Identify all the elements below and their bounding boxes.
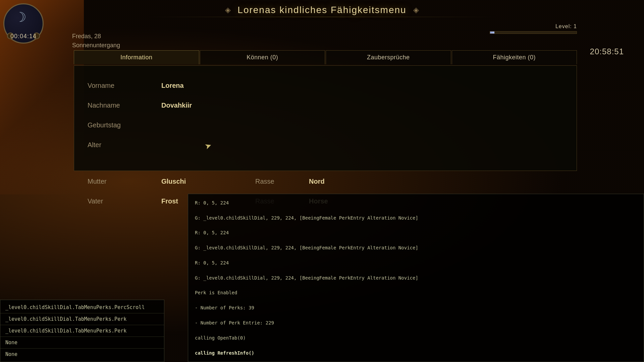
ingame-time: 00:04:14: [10, 33, 37, 40]
label-alter: Alter: [88, 135, 161, 155]
date-event: Sonnenuntergang: [72, 41, 120, 50]
main-title: Lorenas kindliches Fähigkeitsmenu: [237, 5, 406, 15]
level-bar-bg: [490, 31, 577, 34]
tab-koennen[interactable]: Können (0): [200, 50, 325, 64]
value-geburtstag: [161, 115, 255, 135]
level-bar-fill: [490, 32, 494, 34]
debug-line-4: G: _level0.childSkillDial, 229, 224, [Be…: [195, 244, 637, 251]
top-bar: ◈ Lorenas kindliches Fähigkeitsmenu ◈: [0, 0, 644, 20]
value-nachname: Dovahkiir: [161, 96, 255, 115]
debug-line-1: R: 0, 5, 224: [195, 199, 637, 206]
debug-item-2: _level0.childSkillDial.TabMenuPerks.Perk: [0, 313, 164, 325]
debug-line-11: calling RefreshInfo(): [195, 349, 637, 357]
tab-information[interactable]: Information: [74, 50, 199, 64]
debug-item-1: _level0.childSkillDial.TabMenuPerks.Perc…: [0, 302, 164, 313]
title-ornament-left: ◈: [225, 6, 231, 14]
debug-left-panel: _level0.childSkillDial.TabMenuPerks.Perc…: [0, 300, 164, 362]
label-vater: Vater: [88, 191, 161, 211]
debug-item-3: _level0.childSkillDial.TabMenuPerks.Perk: [0, 325, 164, 337]
label-mutter-rasse: Rasse: [255, 172, 309, 191]
moon-circle: ☽ 00:04:14: [3, 3, 44, 44]
label-mutter: Mutter: [88, 172, 161, 191]
label-nachname: Nachname: [88, 96, 161, 115]
debug-line-8: - Number of Perks: 39: [195, 304, 637, 311]
debug-line-10: calling OpenTab(0): [195, 334, 637, 342]
debug-line-6: G: _level0.childSkillDial, 229, 224, [Be…: [195, 274, 637, 282]
debug-line-3: R: 0, 5, 224: [195, 229, 637, 236]
subtitle-line: [148, 17, 496, 17]
tab-zauberspruche[interactable]: Zaubersprüche: [326, 50, 451, 64]
label-geburtstag: Geburtstag: [88, 115, 161, 135]
debug-right-panel: R: 0, 5, 224 G: _level0.childSkillDial, …: [188, 194, 644, 362]
debug-line-7: Perk is Enabled: [195, 289, 637, 296]
date-day: Fredas, 28: [72, 32, 120, 41]
level-container: Level: 1: [490, 23, 577, 34]
debug-line-5: R: 0, 5, 224: [195, 259, 637, 266]
character-fields: Vorname Lorena Nachname Dovahkiir Geburt…: [88, 76, 563, 155]
wall-clock: 20:58:51: [590, 47, 624, 56]
clock-widget: ☽ 00:04:14: [3, 3, 44, 44]
title-ornament-right: ◈: [413, 6, 419, 14]
level-label: Level: 1: [555, 23, 577, 29]
date-info: Fredas, 28 Sonnenuntergang: [72, 32, 120, 50]
value-mutter-rasse: Nord: [309, 172, 376, 191]
label-vorname: Vorname: [88, 76, 161, 96]
value-vorname: Lorena: [161, 76, 255, 96]
tab-fahigkeiten[interactable]: Fähigkeiten (0): [452, 50, 577, 64]
tabs-container: Information Können (0) Zaubersprüche Fäh…: [74, 50, 577, 64]
spacer: [88, 155, 563, 172]
debug-item-5: None: [0, 349, 164, 360]
debug-line-2: G: _level0.childSkillDial, 229, 224, [Be…: [195, 214, 637, 222]
debug-line-9: - Number of Perk Entrie: 229: [195, 319, 637, 326]
moon-icon: ☽: [14, 9, 26, 25]
title-container: ◈ Lorenas kindliches Fähigkeitsmenu ◈: [225, 5, 419, 15]
main-panel: ➤ Vorname Lorena Nachname Dovahkiir Gebu…: [74, 65, 577, 171]
value-mutter: Gluschi: [161, 172, 255, 191]
debug-item-4: None: [0, 337, 164, 349]
